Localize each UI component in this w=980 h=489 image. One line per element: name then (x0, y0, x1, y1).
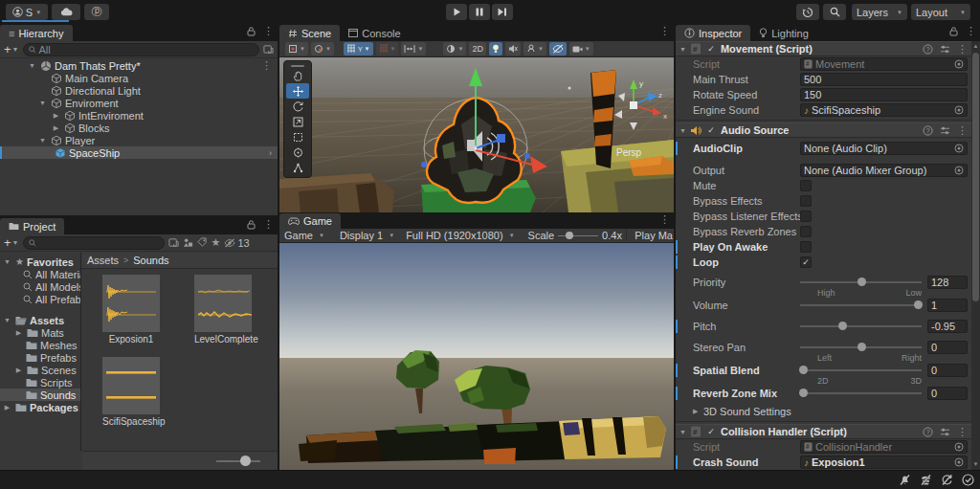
scene-lighting-button[interactable] (489, 42, 502, 56)
scene-menu-icon[interactable]: ⋮ (261, 60, 272, 71)
folder-row-sounds[interactable]: Sounds (0, 389, 80, 401)
pitch-slider[interactable] (800, 320, 922, 333)
bypass-effects-checkbox[interactable] (800, 195, 812, 207)
hierarchy-row-scene[interactable]: ▼ Dam Thats Pretty* ⋮ (0, 59, 278, 72)
loop-checkbox[interactable]: ✓ (800, 256, 812, 268)
presets-icon[interactable] (940, 45, 950, 54)
foldout-icon[interactable]: ▼ (679, 46, 686, 53)
status-ok-icon[interactable] (962, 474, 974, 486)
object-picker-icon[interactable] (954, 442, 964, 452)
collision-handler-header[interactable]: ▼ # ✓ Collision Handler (Script) ? ⋮ (676, 424, 971, 439)
spatial-blend-value[interactable]: 0 (927, 364, 968, 377)
scene-menu-icon[interactable]: ⋮ (659, 26, 670, 36)
thumbnail-size-slider[interactable] (82, 451, 278, 470)
enabled-checkbox[interactable]: ✓ (705, 43, 717, 55)
foldout-icon[interactable]: ▶ (51, 112, 61, 120)
game-viewport[interactable] (279, 243, 674, 470)
slider-knob[interactable] (240, 456, 251, 466)
favorite-item[interactable]: All Materials (0, 268, 80, 280)
presets-icon[interactable] (940, 126, 950, 135)
hierarchy-row[interactable]: ▼ Player (0, 134, 278, 146)
stereo-pan-slider[interactable] (800, 341, 922, 354)
scroll-down-arrow[interactable]: ▼ (971, 460, 980, 469)
help-icon[interactable]: ? (923, 125, 933, 136)
transform-tool[interactable] (286, 144, 309, 160)
scene-viewport[interactable]: y z x Persp (279, 57, 674, 212)
mute-notifications-icon[interactable] (899, 474, 911, 486)
display-dropdown[interactable]: Display 1 (340, 230, 383, 241)
tab-scene[interactable]: Scene (279, 25, 340, 41)
foldout-icon[interactable]: ▶ (51, 124, 61, 132)
lock-icon[interactable] (247, 220, 256, 230)
play-on-awake-checkbox[interactable] (800, 241, 812, 253)
object-picker-icon[interactable] (954, 105, 964, 115)
inspector-scrollbar[interactable]: ▲ ▼ (971, 41, 980, 470)
collab-disabled-icon[interactable] (920, 474, 932, 486)
scroll-thumb[interactable] (972, 53, 979, 301)
hierarchy-search-input[interactable]: All (23, 43, 259, 56)
help-icon[interactable]: ? (923, 427, 933, 437)
priority-value[interactable]: 128 (927, 276, 968, 289)
hand-tool[interactable] (286, 68, 309, 83)
hidden-count-button[interactable]: 13 (224, 237, 249, 249)
move-tool[interactable] (286, 83, 309, 99)
prefab-open-chevron[interactable]: › (269, 148, 272, 158)
favorites-row[interactable]: ▼ ★ Favorites (0, 256, 80, 268)
custom-tool[interactable] (286, 160, 309, 175)
assets-row[interactable]: ▼ Assets (0, 314, 80, 326)
help-icon[interactable]: ? (923, 44, 933, 55)
object-picker-icon[interactable] (954, 144, 964, 153)
spatial-blend-slider[interactable] (800, 364, 922, 377)
asset-scifispaceship[interactable]: ScifiSpaceship (102, 357, 160, 427)
asset-exposion1[interactable]: Exposion1 (102, 275, 160, 345)
component-menu-icon[interactable]: ⋮ (957, 427, 968, 437)
tab-lighting[interactable]: Lighting (750, 25, 817, 41)
tab-hierarchy[interactable]: ≡ Hierarchy (0, 25, 73, 41)
inspector-menu-icon[interactable]: ⋮ (966, 26, 976, 36)
layout-dropdown[interactable]: Layout▼ (911, 4, 970, 20)
hierarchy-row[interactable]: Main Camera (0, 72, 278, 84)
open-search-window-icon[interactable] (168, 237, 179, 248)
foldout-icon[interactable]: ▶ (13, 367, 24, 374)
audioclip-field[interactable]: None (Audio Clip) (800, 142, 968, 155)
hierarchy-row[interactable]: ▼ Enviroment (0, 97, 278, 109)
foldout-icon[interactable]: ▶ (693, 408, 703, 415)
asset-levelcomplete[interactable]: LevelComplete (194, 275, 252, 345)
favorite-item[interactable]: All Models (0, 280, 80, 293)
project-menu-icon[interactable]: ⋮ (263, 219, 274, 230)
scene-picker-icon[interactable] (263, 44, 274, 55)
reverb-zone-value[interactable]: 0 (927, 387, 968, 400)
rotate-speed-field[interactable]: 150 (800, 88, 968, 101)
rotate-tool[interactable] (286, 99, 309, 114)
scene-camera-button[interactable]: ▼ (569, 42, 593, 56)
scale-tool[interactable] (286, 114, 309, 129)
script-field[interactable]: # CollisionHandler (800, 440, 968, 454)
movement-component-header[interactable]: ▼ # ✓ Movement (Script) ? ⋮ (676, 41, 971, 56)
play-maximized-toggle[interactable]: Play Ma (626, 230, 673, 241)
resolution-dropdown[interactable]: Full HD (1920x1080) (406, 230, 503, 241)
snap-increment-button[interactable]: ▼ (376, 42, 399, 56)
foldout-icon[interactable]: ▼ (679, 429, 686, 435)
hierarchy-row[interactable]: Directional Light (0, 84, 278, 97)
play-button[interactable] (446, 4, 467, 20)
rect-tool[interactable] (286, 129, 309, 144)
packages-row[interactable]: ▶ Packages (0, 401, 80, 413)
script-field[interactable]: # Movement (800, 57, 968, 71)
engine-sound-field[interactable]: ♪ ScifiSpaceship (800, 103, 968, 117)
tab-game[interactable]: Game (279, 213, 341, 229)
folder-row[interactable]: Scripts (0, 376, 80, 389)
snap-move-button[interactable]: ▼ (401, 42, 426, 56)
cloud-button[interactable] (52, 4, 80, 20)
volume-slider[interactable] (800, 299, 922, 312)
tab-inspector[interactable]: Inspector (676, 25, 750, 41)
foldout-icon[interactable]: ▼ (37, 137, 48, 144)
grid-visibility-button[interactable]: Y▼ (344, 42, 373, 56)
hierarchy-row-spaceship[interactable]: SpaceShip › (0, 146, 278, 159)
auto-refresh-disabled-icon[interactable] (941, 474, 953, 486)
object-picker-icon[interactable] (954, 166, 964, 175)
foldout-icon[interactable]: ▼ (679, 127, 686, 134)
tool-settings-button[interactable]: ▼ (285, 42, 308, 56)
stereo-pan-value[interactable]: 0 (927, 341, 968, 354)
output-field[interactable]: None (Audio Mixer Group) (800, 164, 968, 177)
priority-slider[interactable] (800, 276, 922, 289)
